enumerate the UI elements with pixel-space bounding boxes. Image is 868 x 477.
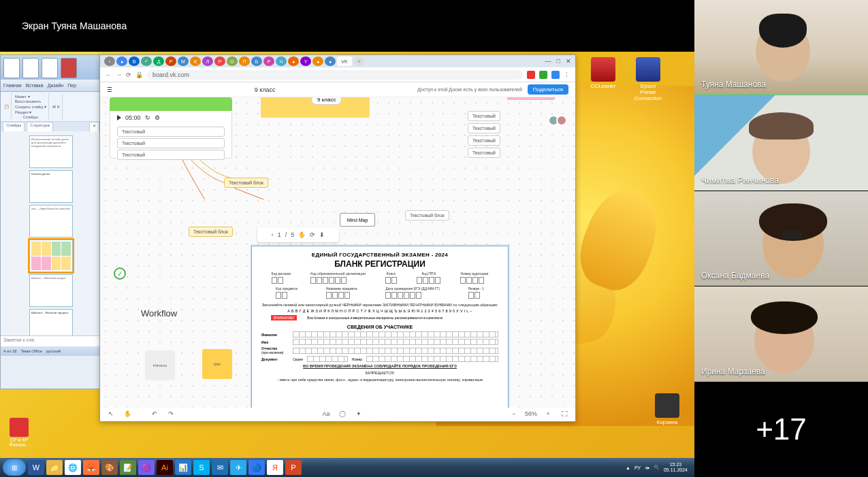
taskbar-app[interactable]: 🎨: [101, 460, 118, 475]
ribbon-groups[interactable]: 📋 Макет ▾ Восстановить Создать слайд ▾ Р…: [1, 92, 101, 122]
board-title: 9 класс: [118, 86, 412, 93]
text-block-node[interactable]: Текстовый блок: [405, 210, 449, 220]
rotate-icon[interactable]: ⟳: [310, 231, 315, 238]
pink-card[interactable]: [507, 97, 555, 100]
desktop-icon-ccleaner[interactable]: ССLeaner: [587, 57, 620, 89]
cursor-icon[interactable]: ↖: [106, 408, 116, 419]
powerpoint-window[interactable]: Главная Вставка Дизайн Пер 📋 Макет ▾ Вос…: [0, 54, 102, 389]
taskbar-app[interactable]: 📁: [46, 460, 63, 475]
tray-clock[interactable]: 15:2305.11.2024: [664, 462, 688, 472]
taskbar-app[interactable]: Я: [267, 460, 283, 475]
browser-window[interactable]: ‹ ●В ✓Д РМ КЛ РО ПБ РЧ ●Y ●● VK + —□✕: [99, 54, 576, 422]
desktop-icon-epson[interactable]: Epson Printer Connection: [632, 57, 664, 101]
start-button[interactable]: ⊞: [3, 459, 26, 476]
zoom-level: 56%: [525, 410, 537, 417]
ribbon-tabs[interactable]: Главная Вставка Дизайн Пер: [1, 80, 101, 92]
taskbar-app[interactable]: P: [285, 460, 302, 475]
desktop-icon-trash[interactable]: Корзина: [651, 393, 684, 425]
reset-icon[interactable]: ↻: [145, 114, 150, 121]
redo-icon[interactable]: ↷: [165, 408, 176, 419]
participant-tile[interactable]: Туяна Машанова: [694, 0, 868, 95]
extension-icon[interactable]: [551, 71, 560, 79]
zoom-out-icon[interactable]: −: [509, 408, 519, 419]
undo-icon[interactable]: ↶: [149, 408, 160, 419]
participant-name: Оксана Бадмаева: [701, 271, 769, 280]
browser-tabstrip[interactable]: ‹ ●В ✓Д РМ КЛ РО ПБ РЧ ●Y ●● VK + —□✕: [100, 55, 575, 67]
shape-tool-icon[interactable]: ◯: [337, 408, 348, 419]
tray-lang[interactable]: РУ: [634, 465, 641, 470]
ppt-qat-icon[interactable]: [42, 58, 58, 78]
windows-taskbar[interactable]: ⊞ W 📁 🌐 🦊 🎨 📝 🟣 Ai 📊 S ✉ ✈ 🔵 Я P: [0, 458, 694, 477]
board-canvas[interactable]: 05:00 ↻ ⚙ Текстовый Текстовый Текстовый …: [100, 97, 575, 408]
chip-label[interactable]: 9 класс: [311, 97, 342, 105]
taskbar-app[interactable]: ✈: [230, 460, 246, 475]
extension-icon[interactable]: [539, 71, 547, 79]
workflow-label: Workflow: [141, 308, 177, 318]
slide-thumb[interactable]: ник — https://board.vk.com/new: [29, 205, 73, 237]
system-tray[interactable]: ▲ РУ 🕪🔌 15:2305.11.2024: [626, 462, 692, 472]
hand-icon[interactable]: ✋: [298, 231, 306, 238]
participant-tile[interactable]: Ирина Марзаева: [694, 286, 868, 382]
settings-icon[interactable]: ⚙: [155, 114, 160, 121]
text-tool-icon[interactable]: Aa: [321, 408, 332, 419]
participant-name: Туяна Машанова: [701, 80, 766, 89]
taskbar-app[interactable]: 🟣: [138, 460, 155, 475]
ppt-qat-icon[interactable]: [3, 58, 20, 78]
prev-page-icon[interactable]: ‹: [272, 231, 274, 238]
slide-thumb[interactable]: Использование онлайн доски для организац…: [29, 135, 73, 168]
taskbar-app[interactable]: 📝: [120, 460, 136, 475]
back-icon[interactable]: ←: [106, 71, 112, 78]
extension-icon[interactable]: [527, 71, 535, 79]
taskbar-app[interactable]: 🦊: [83, 460, 99, 475]
slide-thumb-selected[interactable]: [29, 240, 73, 272]
slide-thumb[interactable]: Шаблон – Мозговой штурм: [29, 274, 73, 307]
taskbar-app[interactable]: 📊: [175, 460, 191, 475]
reload-icon[interactable]: ⟳: [126, 71, 131, 78]
desktop-shortcut[interactable]: СР и КРФизика...: [4, 418, 34, 447]
doc-pager[interactable]: ‹ 1 / 5 ✋ ⟳ ⬇: [257, 227, 339, 242]
text-block-node[interactable]: Текстовый блок: [189, 227, 233, 237]
zoom-in-icon[interactable]: +: [543, 408, 553, 419]
participant-name: Чимитма Ринчинова: [701, 176, 779, 185]
slide-thumb[interactable]: Шаблон – Рабочий процесс: [29, 309, 73, 335]
fx-tool-icon[interactable]: ✦: [353, 408, 364, 419]
participant-name: Ирина Марзаева: [701, 367, 765, 376]
taskbar-app[interactable]: Ai: [157, 460, 173, 475]
ppt-qat-icon[interactable]: [61, 58, 77, 78]
sticky-note[interactable]: Начало: [145, 350, 175, 380]
sticky-note[interactable]: Шаг: [202, 349, 232, 379]
text-block-node[interactable]: Текстовый блок: [224, 178, 268, 188]
window-controls[interactable]: —□✕: [545, 58, 571, 65]
fit-icon[interactable]: ⛶: [559, 408, 570, 419]
address-bar[interactable]: ← → ⟳ 🔒 board.vk.com ⋮: [100, 67, 575, 82]
check-icon: ✓: [114, 267, 126, 280]
mindmap-center[interactable]: Mind Map: [340, 213, 375, 227]
participant-tile[interactable]: Оксана Бадмаева: [694, 191, 868, 286]
url-field[interactable]: board.vk.com: [147, 70, 523, 80]
share-button[interactable]: Поделиться: [528, 84, 568, 95]
board-menu-icon[interactable]: ☰: [107, 86, 112, 93]
hand-icon[interactable]: ✋: [122, 408, 133, 419]
notes-pane[interactable]: Заметки к сла: [1, 335, 101, 346]
download-icon[interactable]: ⬇: [319, 231, 325, 238]
timer-value: 05:00: [125, 114, 141, 121]
taskbar-app[interactable]: W: [28, 460, 44, 475]
play-icon[interactable]: [117, 115, 121, 120]
taskbar-app[interactable]: S: [193, 460, 210, 475]
slide-thumb[interactable]: Список досок: [29, 170, 73, 203]
timer-widget[interactable]: 05:00 ↻ ⚙ Текстовый Текстовый Текстовый: [110, 97, 232, 159]
taskbar-app[interactable]: 🌐: [65, 460, 81, 475]
embedded-document[interactable]: ‹ 1 / 5 ✋ ⟳ ⬇ ЕДИНЫЙ ГОСУДАРСТВЕННЫЙ ЭКЗ…: [251, 246, 509, 408]
more-participants[interactable]: +17: [694, 382, 868, 477]
menu-icon[interactable]: ⋮: [564, 71, 570, 78]
ppt-qat-icon[interactable]: [22, 58, 39, 78]
shared-desktop: ССLeaner Epson Printer Connection Корзин…: [0, 52, 694, 477]
presence-avatars[interactable]: [551, 115, 567, 126]
board-toolbar[interactable]: ↖ ✋ ↶ ↷ Aa ◯ ✦ − 56% + ⛶: [106, 408, 570, 420]
taskbar-app[interactable]: ✉: [212, 460, 228, 475]
forward-icon[interactable]: →: [116, 71, 122, 78]
slide-thumbnails[interactable]: Использование онлайн доски для организац…: [1, 131, 101, 335]
slide-panel-tabs[interactable]: Слайды Структура ✕: [1, 122, 101, 131]
taskbar-app[interactable]: 🔵: [248, 460, 265, 475]
participant-tile[interactable]: Чимитма Ринчинова: [694, 95, 868, 191]
